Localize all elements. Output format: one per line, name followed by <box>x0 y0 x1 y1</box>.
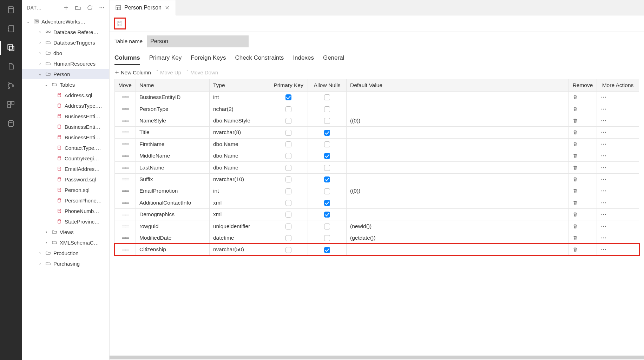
trash-icon[interactable] <box>572 165 593 171</box>
editor-tab[interactable]: Person.Person <box>110 0 176 15</box>
trash-icon[interactable] <box>572 212 593 217</box>
tree-file[interactable]: BusinessEnti… <box>22 111 109 121</box>
drag-handle-icon[interactable]: ══ <box>122 223 129 229</box>
column-type[interactable]: dbo.Name <box>210 138 269 150</box>
checkbox[interactable] <box>285 130 291 136</box>
tab-indexes[interactable]: Indexes <box>293 52 314 65</box>
column-type[interactable]: uniqueidentifier <box>210 220 269 232</box>
tree-folder[interactable]: ›HumanResources <box>22 58 109 69</box>
column-row[interactable]: ══EmailPromotionint((0)) <box>115 185 639 197</box>
column-default[interactable]: ((0)) <box>347 115 569 126</box>
tree-file[interactable]: EmailAddres… <box>22 164 109 174</box>
trash-icon[interactable] <box>572 153 593 159</box>
tab-columns[interactable]: Columns <box>114 52 140 65</box>
column-default[interactable] <box>347 138 569 150</box>
checkbox[interactable] <box>324 106 330 112</box>
checkbox[interactable] <box>285 247 291 253</box>
column-row[interactable]: ══rowguiduniqueidentifier(newid()) <box>115 220 639 232</box>
checkbox[interactable] <box>285 188 291 194</box>
checkbox[interactable] <box>324 176 330 182</box>
column-type[interactable]: int <box>210 185 269 197</box>
column-name[interactable]: ModifiedDate <box>136 232 210 244</box>
column-type[interactable]: int <box>210 92 269 103</box>
column-default[interactable]: (newid()) <box>347 220 569 232</box>
tree-file[interactable]: ContactType.… <box>22 142 109 153</box>
checkbox[interactable] <box>285 235 291 241</box>
tree-file[interactable]: Address.sql <box>22 90 109 100</box>
column-name[interactable]: AdditionalContactInfo <box>136 197 210 208</box>
column-default[interactable] <box>347 209 569 220</box>
column-type[interactable]: xml <box>210 197 269 208</box>
more-horizontal-icon[interactable] <box>600 165 635 171</box>
drag-handle-icon[interactable]: ══ <box>122 235 129 241</box>
checkbox[interactable] <box>285 212 291 218</box>
more-horizontal-icon[interactable] <box>600 106 635 112</box>
tree-folder-views[interactable]: › Views <box>22 227 109 237</box>
column-name[interactable]: FirstName <box>136 138 210 150</box>
trash-icon[interactable] <box>572 200 593 206</box>
tree-folder-person[interactable]: ⌄ Person <box>22 69 109 79</box>
tree-file[interactable]: BusinessEnti… <box>22 121 109 132</box>
column-name[interactable]: NameStyle <box>136 115 210 126</box>
checkbox[interactable] <box>285 224 291 229</box>
more-horizontal-icon[interactable] <box>600 223 635 229</box>
drag-handle-icon[interactable]: ══ <box>122 153 129 159</box>
column-type[interactable]: dbo.Name <box>210 162 269 173</box>
drag-handle-icon[interactable]: ══ <box>122 176 129 182</box>
column-name[interactable]: Title <box>136 127 210 138</box>
column-type[interactable]: nvarchar(8) <box>210 127 269 138</box>
trash-icon[interactable] <box>572 247 593 252</box>
table-name-input[interactable] <box>147 35 249 47</box>
checkbox[interactable] <box>324 212 330 218</box>
tab-check-constraints[interactable]: Check Constraints <box>235 52 284 65</box>
column-default[interactable] <box>347 127 569 138</box>
drag-handle-icon[interactable]: ══ <box>122 165 129 171</box>
tree-file[interactable]: AddressType.… <box>22 100 109 111</box>
new-file-icon[interactable] <box>61 3 71 12</box>
column-type[interactable]: dbo.NameStyle <box>210 115 269 126</box>
checkbox[interactable] <box>324 235 330 241</box>
more-horizontal-icon[interactable] <box>600 141 635 147</box>
trash-icon[interactable] <box>572 141 593 147</box>
column-default[interactable] <box>347 244 569 255</box>
column-type[interactable]: nchar(2) <box>210 103 269 115</box>
trash-icon[interactable] <box>572 176 593 182</box>
column-row[interactable]: ══PersonTypenchar(2) <box>115 103 639 115</box>
more-horizontal-icon[interactable] <box>600 94 635 100</box>
column-name[interactable]: Demographics <box>136 209 210 220</box>
tree-file[interactable]: PhoneNumb… <box>22 206 109 216</box>
checkbox[interactable] <box>285 176 291 182</box>
column-row[interactable]: ══FirstNamedbo.Name <box>115 138 639 150</box>
trash-icon[interactable] <box>572 188 593 194</box>
tree-folder-purchasing[interactable]: › Purchasing <box>22 258 109 269</box>
drag-handle-icon[interactable]: ══ <box>122 188 129 194</box>
trash-icon[interactable] <box>572 129 593 135</box>
tab-general[interactable]: General <box>323 52 344 65</box>
drag-handle-icon[interactable]: ══ <box>122 118 129 124</box>
checkbox[interactable] <box>324 224 330 229</box>
tree-file[interactable]: Password.sql <box>22 174 109 185</box>
refresh-icon[interactable] <box>85 3 94 12</box>
tab-primary-key[interactable]: Primary Key <box>149 52 182 65</box>
checkbox[interactable] <box>285 106 291 112</box>
column-type[interactable]: nvarchar(50) <box>210 244 269 255</box>
column-type[interactable]: dbo.Name <box>210 150 269 162</box>
more-horizontal-icon[interactable] <box>600 118 635 124</box>
more-horizontal-icon[interactable] <box>600 246 635 253</box>
checkbox[interactable] <box>324 247 330 253</box>
tree-file[interactable]: PersonPhone… <box>22 195 109 206</box>
tree-folder[interactable]: ›Database Refere… <box>22 27 109 37</box>
close-tab-icon[interactable] <box>164 5 170 10</box>
column-name[interactable]: rowguid <box>136 220 210 232</box>
scrollbar-thumb[interactable] <box>110 356 644 359</box>
more-horizontal-icon[interactable] <box>600 188 635 194</box>
trash-icon[interactable] <box>572 235 593 241</box>
trash-icon[interactable] <box>572 224 593 229</box>
more-horizontal-icon[interactable] <box>600 176 635 182</box>
column-default[interactable] <box>347 92 569 103</box>
move-down-button[interactable]: ˅ Move Down <box>186 69 218 75</box>
column-row[interactable]: ══AdditionalContactInfoxml <box>115 197 639 208</box>
more-horizontal-icon[interactable] <box>97 3 106 12</box>
trash-icon[interactable] <box>572 106 593 112</box>
column-default[interactable]: ((0)) <box>347 185 569 197</box>
